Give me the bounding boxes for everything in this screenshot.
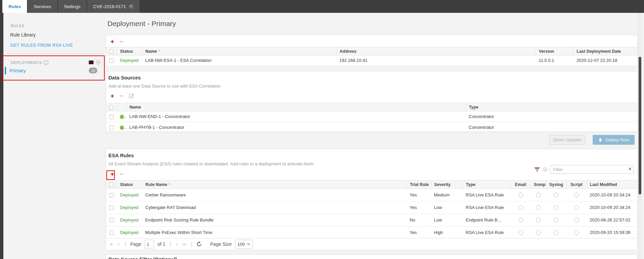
column-header-type[interactable]: Type bbox=[463, 181, 511, 189]
script-radio[interactable] bbox=[574, 205, 579, 210]
tab-rules[interactable]: Rules bbox=[2, 0, 27, 13]
tab-settings[interactable]: Settings bbox=[58, 0, 87, 13]
column-header-status[interactable]: Status bbox=[117, 47, 142, 55]
tab-services[interactable]: Services bbox=[28, 0, 57, 13]
email-radio[interactable] bbox=[518, 193, 523, 197]
add-rule-icon[interactable]: + bbox=[110, 171, 114, 177]
esa-rules-table: Status Rule Name^ Trial Rule Severity Ty… bbox=[106, 180, 637, 189]
refresh-icon[interactable] bbox=[197, 241, 202, 247]
email-radio[interactable] bbox=[518, 230, 523, 235]
show-updates-button[interactable]: Show Updates bbox=[549, 135, 585, 145]
script-radio[interactable] bbox=[574, 193, 579, 197]
snmp-radio[interactable] bbox=[536, 205, 541, 210]
page-number-input[interactable] bbox=[145, 240, 154, 249]
esa-rules-rows: Deployed Cerber Ransomware Yes Medium RS… bbox=[106, 189, 637, 236]
deployment-name: Primary bbox=[9, 68, 26, 73]
syslog-radio[interactable] bbox=[554, 193, 559, 197]
column-header-script[interactable]: Script bbox=[566, 181, 587, 189]
tab-cve-2018-0171[interactable]: CVE-2018-0171 × bbox=[87, 0, 139, 13]
next-page-icon[interactable]: › bbox=[175, 241, 179, 248]
table-row[interactable]: Deployed Endpoint Risk Scoring Rule Bund… bbox=[106, 214, 637, 226]
remove-rule-icon[interactable]: − bbox=[120, 171, 123, 177]
get-rules-from-rsa-live-link[interactable]: GET RULES FROM RSA LIVE bbox=[10, 43, 73, 48]
tab-label: Services bbox=[34, 4, 51, 9]
select-all-checkbox[interactable] bbox=[109, 105, 113, 110]
column-header-syslog[interactable]: Syslog bbox=[546, 181, 566, 189]
snmp-radio[interactable] bbox=[536, 218, 541, 222]
sort-asc-icon: ^ bbox=[158, 49, 160, 53]
chevron-down-icon[interactable] bbox=[96, 60, 101, 65]
table-row[interactable]: LAB-PHYB-1 - Concentrator Concentrator bbox=[106, 122, 637, 133]
column-header-severity[interactable]: Severity bbox=[431, 181, 463, 189]
close-icon[interactable]: × bbox=[129, 4, 133, 9]
column-header-snmp[interactable]: Snmp bbox=[531, 181, 546, 189]
email-radio[interactable] bbox=[518, 218, 523, 222]
sidebar-item-rule-library[interactable]: Rule Library bbox=[10, 32, 35, 38]
filter-funnel-icon[interactable] bbox=[534, 167, 540, 172]
deploy-now-button[interactable]: Deploy Now bbox=[593, 135, 635, 145]
column-header-version[interactable]: Version bbox=[536, 47, 573, 55]
script-radio[interactable] bbox=[574, 230, 579, 235]
column-header-trial-rule[interactable]: Trial Rule bbox=[407, 181, 431, 189]
data-sources-toolbar: + − bbox=[106, 89, 637, 101]
clear-filter-icon[interactable]: × bbox=[628, 166, 632, 172]
add-service-icon[interactable]: + bbox=[110, 39, 114, 44]
add-data-source-icon[interactable]: + bbox=[110, 93, 114, 99]
syslog-radio[interactable] bbox=[554, 218, 559, 222]
scrollbar-thumb[interactable] bbox=[639, 57, 641, 194]
page-size-select[interactable]: 100 bbox=[235, 240, 253, 249]
row-checkbox[interactable] bbox=[109, 206, 114, 210]
row-checkbox[interactable] bbox=[109, 125, 114, 130]
tab-label: Settings bbox=[64, 4, 81, 9]
row-checkbox[interactable] bbox=[109, 115, 114, 119]
column-header-last-deployment-date[interactable]: Last Deployment Date bbox=[573, 47, 637, 55]
snmp-radio[interactable] bbox=[536, 230, 541, 235]
row-checkbox[interactable] bbox=[109, 218, 114, 222]
select-all-checkbox[interactable] bbox=[109, 49, 113, 54]
table-row[interactable]: Deployed Multiple PsExec Within Short Ti… bbox=[106, 226, 637, 236]
column-header-rule-name[interactable]: Rule Name^ bbox=[142, 181, 407, 189]
select-all-checkbox[interactable] bbox=[109, 183, 113, 187]
remove-data-source-icon[interactable]: − bbox=[120, 93, 123, 99]
column-header-status[interactable]: Status bbox=[117, 181, 142, 189]
first-page-icon[interactable]: « bbox=[109, 241, 113, 248]
rule-last-modified: 2020-10-09 20:34:24 bbox=[587, 201, 637, 214]
info-icon[interactable]: i bbox=[44, 60, 48, 65]
column-header-address[interactable]: Address bbox=[336, 47, 536, 55]
table-row[interactable]: Deployed Cybergate RAT Download Yes Low … bbox=[106, 201, 637, 214]
deploy-now-label: Deploy Now bbox=[605, 137, 629, 142]
table-row[interactable]: Deployed LAB-NW-ESA-1 - ESA Correlation … bbox=[106, 55, 637, 66]
tab-label: Rules bbox=[8, 4, 21, 9]
deployments-menu-icon[interactable] bbox=[89, 61, 94, 64]
services-toolbar: + − bbox=[106, 35, 637, 47]
column-header-name[interactable]: Name bbox=[126, 103, 466, 111]
snmp-radio[interactable] bbox=[536, 193, 541, 197]
table-row[interactable]: Deployed Cerber Ransomware Yes Medium RS… bbox=[106, 189, 637, 201]
email-radio[interactable] bbox=[518, 205, 523, 210]
column-header-last-modified[interactable]: Last Modified bbox=[587, 181, 637, 189]
table-row[interactable]: LAB-NW-END-1 - Concentrator Concentrator bbox=[106, 111, 637, 122]
service-version: 11.5.0.1 bbox=[536, 55, 573, 66]
sidebar-item-deployment-primary[interactable]: Primary 10 bbox=[3, 66, 105, 75]
row-checkbox[interactable] bbox=[109, 193, 114, 197]
filter-input[interactable] bbox=[550, 165, 634, 174]
column-header-email[interactable]: Email bbox=[511, 181, 531, 189]
service-name: LAB-NW-ESA-1 - ESA Correlation bbox=[142, 55, 336, 66]
column-header-name[interactable]: Name^ bbox=[142, 47, 336, 55]
scrollbar-track[interactable] bbox=[638, 13, 642, 259]
prev-page-icon[interactable]: ‹ bbox=[117, 241, 120, 248]
row-checkbox[interactable] bbox=[109, 58, 114, 63]
rule-name: Endpoint Risk Scoring Rule Bundle bbox=[142, 214, 407, 226]
chevron-down-icon[interactable] bbox=[543, 167, 547, 172]
column-header-type[interactable]: Type bbox=[466, 103, 637, 111]
row-checkbox[interactable] bbox=[109, 231, 114, 235]
edit-data-source-icon[interactable] bbox=[129, 93, 134, 99]
status-online-dot bbox=[120, 115, 124, 119]
syslog-radio[interactable] bbox=[554, 205, 559, 210]
remove-service-icon[interactable]: − bbox=[120, 39, 123, 44]
syslog-radio[interactable] bbox=[554, 230, 559, 235]
pagination-bar: « ‹ | Page of 1 | › » | Page Size 100 bbox=[106, 238, 637, 250]
script-radio[interactable] bbox=[574, 218, 579, 222]
table-header-row: Status Rule Name^ Trial Rule Severity Ty… bbox=[106, 181, 637, 189]
last-page-icon[interactable]: » bbox=[182, 241, 186, 248]
